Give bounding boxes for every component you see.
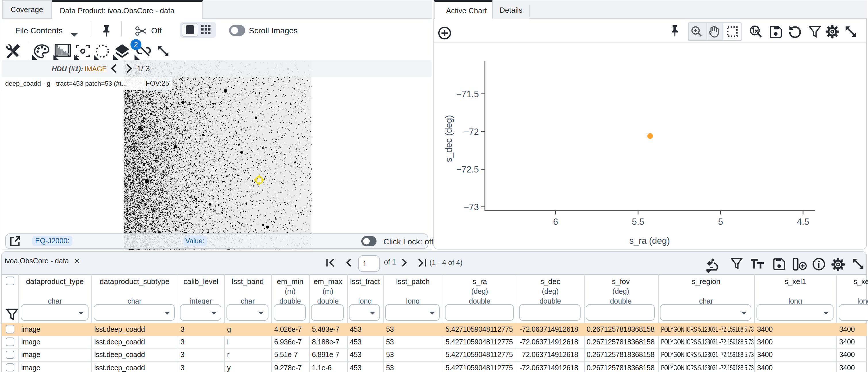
svg-text:−73: −73 [464, 202, 479, 212]
svg-text:s_dec (deg): s_dec (deg) [444, 115, 454, 162]
svg-text:−72.5: −72.5 [457, 164, 479, 175]
svg-text:s_ra (deg): s_ra (deg) [629, 236, 670, 246]
svg-text:−71.5: −71.5 [457, 89, 479, 99]
svg-text:5.5: 5.5 [632, 217, 644, 227]
svg-text:4.5: 4.5 [797, 217, 809, 227]
svg-text:5: 5 [718, 217, 723, 227]
svg-text:6: 6 [553, 217, 558, 227]
svg-text:−72: −72 [464, 127, 479, 137]
